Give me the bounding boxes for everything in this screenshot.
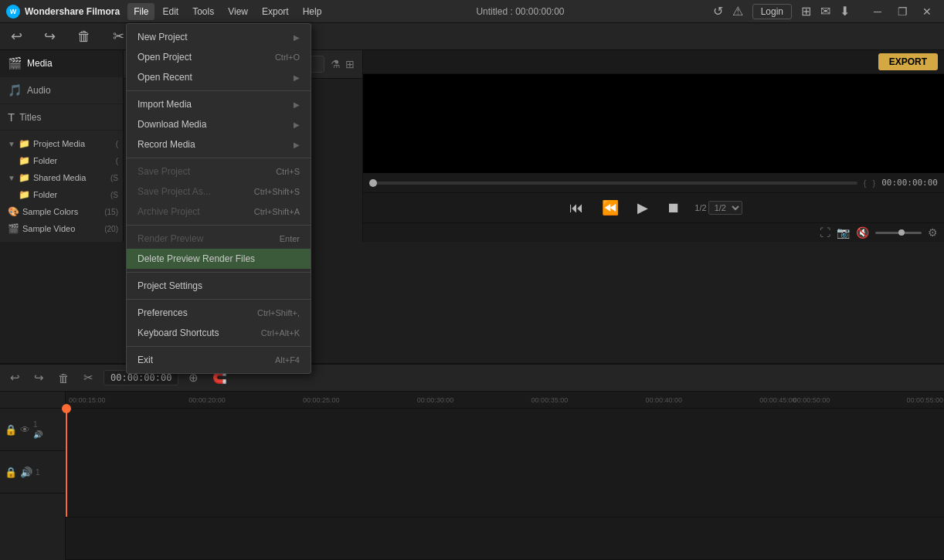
timeline-redo[interactable]: ↪: [30, 368, 48, 387]
playback-progress-bar[interactable]: [369, 182, 857, 185]
timeline-ruler-row: 00:00:15:00 00:00:20:00 00:00:25:00 00:0…: [66, 392, 944, 409]
new-project-label: New Project: [138, 32, 188, 42]
folder-icon: 📁: [19, 138, 30, 149]
open-project-shortcut: Ctrl+O: [275, 53, 300, 62]
menu-save-project-as[interactable]: Save Project As... Ctrl+Shift+S: [127, 182, 311, 202]
menu-export[interactable]: Export: [256, 3, 295, 20]
audio-track-icon[interactable]: 🔊: [33, 430, 42, 439]
menu-render-preview[interactable]: Render Preview Enter: [127, 229, 311, 249]
new-project-arrow: ▶: [294, 33, 300, 42]
menu-archive-project[interactable]: Archive Project Ctrl+Shift+A: [127, 202, 311, 222]
stop-button[interactable]: ⏹: [662, 199, 685, 218]
preview-tools-bar: ⛶ 📷 🔇 ⚙: [363, 222, 944, 242]
bracket-close: }: [872, 178, 875, 188]
tree-sample-colors[interactable]: 🎨 Sample Colors (15): [0, 203, 123, 220]
menu-download-media[interactable]: Download Media ▶: [127, 114, 311, 134]
download-icon[interactable]: ⬇: [840, 4, 850, 19]
folder-1-count: (: [116, 157, 118, 165]
timecode-display: 00:00:00:00: [881, 178, 938, 188]
download-media-label: Download Media: [138, 119, 206, 130]
playhead-head: [62, 404, 71, 413]
archive-project-label: Archive Project: [138, 206, 200, 217]
timeline-audio-track: [66, 518, 944, 560]
delete-button[interactable]: 🗑: [73, 26, 96, 47]
warning-icon[interactable]: ⚠: [732, 4, 743, 19]
maximize-button[interactable]: ❐: [891, 4, 913, 19]
timeline-undo[interactable]: ↩: [6, 368, 24, 387]
settings-icon[interactable]: ⚙: [928, 226, 938, 239]
mute-icon[interactable]: 🔇: [856, 226, 869, 239]
record-media-label: Record Media: [138, 139, 195, 150]
tree-sample-video[interactable]: 🎬 Sample Video (20): [0, 220, 123, 237]
play-button[interactable]: ▶: [633, 198, 653, 218]
timeline-delete[interactable]: 🗑: [54, 369, 73, 387]
sample-video-icon: 🎬: [8, 223, 19, 234]
preview-panel: EXPORT { } 00:00:00:00 ⏮ ⏪ ▶ ⏹ 1/2 1/2: [363, 50, 944, 242]
track-label-audio: 🔒 🔊 1: [0, 451, 65, 494]
shared-media-count: (S: [110, 174, 118, 182]
menu-open-recent[interactable]: Open Recent ▶: [127, 67, 311, 87]
lock-icon-2[interactable]: 🔒: [5, 467, 17, 478]
tree-folder-2[interactable]: 📁 Folder (S: [0, 186, 123, 203]
menu-import-media[interactable]: Import Media ▶: [127, 94, 311, 114]
timeline-track-labels: 🔒 👁 1 🔊 🔒 🔊 1: [0, 392, 66, 560]
preview-top-bar: EXPORT: [363, 50, 944, 74]
filter-icon[interactable]: ⚗: [331, 58, 341, 70]
volume-icon[interactable]: 🔊: [20, 467, 32, 478]
menu-project-settings[interactable]: Project Settings: [127, 276, 311, 296]
tree-folder-1[interactable]: 📁 Folder (: [0, 152, 123, 169]
archive-project-shortcut: Ctrl+Shift+A: [254, 207, 300, 216]
file-dropdown-menu: New Project ▶ Open Project Ctrl+O Open R…: [126, 23, 311, 374]
page-select[interactable]: 1/2: [708, 201, 742, 215]
grid-icon[interactable]: ⊞: [801, 4, 811, 19]
menu-view[interactable]: View: [222, 3, 254, 20]
menu-edit[interactable]: Edit: [156, 3, 185, 20]
eye-icon[interactable]: 👁: [20, 424, 30, 436]
frame-back-button[interactable]: ⏪: [597, 198, 623, 218]
redo-button[interactable]: ↪: [39, 25, 60, 47]
media-tab-icon: 🎬: [8, 56, 22, 70]
arrow-icon: ▼: [8, 140, 15, 148]
shared-folder-icon: 📁: [19, 172, 30, 183]
sidebar-tabs: 🎬 Media 🎵 Audio T Titles: [0, 50, 123, 131]
menu-section-7: Exit Alt+F4: [127, 347, 311, 373]
menu-keyboard-shortcuts[interactable]: Keyboard Shortcuts Ctrl+Alt+K: [127, 323, 311, 343]
page-indicator: 1/2 1/2: [694, 201, 742, 215]
volume-slider[interactable]: [875, 232, 922, 234]
close-button[interactable]: ✕: [916, 4, 938, 19]
grid-view-icon[interactable]: ⊞: [345, 58, 355, 70]
menu-section-3: Save Project Ctrl+S Save Project As... C…: [127, 158, 311, 226]
undo-button[interactable]: ↩: [6, 25, 27, 47]
menu-tools[interactable]: Tools: [186, 3, 220, 20]
sidebar-tab-media[interactable]: 🎬 Media: [0, 50, 123, 77]
menu-new-project[interactable]: New Project ▶: [127, 27, 311, 47]
menu-help[interactable]: Help: [297, 3, 328, 20]
refresh-icon[interactable]: ↺: [713, 4, 723, 19]
fullscreen-icon[interactable]: ⛶: [820, 226, 830, 239]
lock-icon[interactable]: 🔒: [5, 424, 17, 436]
sidebar-tab-titles[interactable]: T Titles: [0, 104, 123, 131]
mail-icon[interactable]: ✉: [820, 4, 830, 19]
menu-bar: File Edit Tools View Export Help: [127, 3, 328, 20]
step-back-button[interactable]: ⏮: [565, 199, 588, 218]
camera-icon[interactable]: 📷: [837, 226, 850, 239]
menu-record-media[interactable]: Record Media ▶: [127, 134, 311, 154]
menu-file[interactable]: File: [127, 3, 155, 20]
export-button[interactable]: EXPORT: [878, 53, 938, 70]
save-project-as-shortcut: Ctrl+Shift+S: [254, 187, 300, 196]
sidebar-tab-audio[interactable]: 🎵 Audio: [0, 77, 123, 104]
minimize-button[interactable]: ─: [867, 4, 888, 19]
tree-project-media[interactable]: ▼ 📁 Project Media (: [0, 135, 123, 152]
menu-exit[interactable]: Exit Alt+F4: [127, 350, 311, 370]
import-media-label: Import Media: [138, 99, 192, 110]
login-button[interactable]: Login: [752, 4, 792, 19]
open-project-label: Open Project: [138, 52, 192, 63]
import-media-arrow: ▶: [294, 100, 300, 109]
menu-preferences[interactable]: Preferences Ctrl+Shift+,: [127, 303, 311, 323]
menu-open-project[interactable]: Open Project Ctrl+O: [127, 47, 311, 67]
tree-shared-media[interactable]: ▼ 📁 Shared Media (S: [0, 169, 123, 186]
menu-delete-preview[interactable]: Delete Preview Render Files: [127, 249, 311, 269]
folder-2-count: (S: [110, 191, 118, 199]
menu-save-project[interactable]: Save Project Ctrl+S: [127, 161, 311, 182]
timeline-cut[interactable]: ✂: [80, 368, 97, 387]
